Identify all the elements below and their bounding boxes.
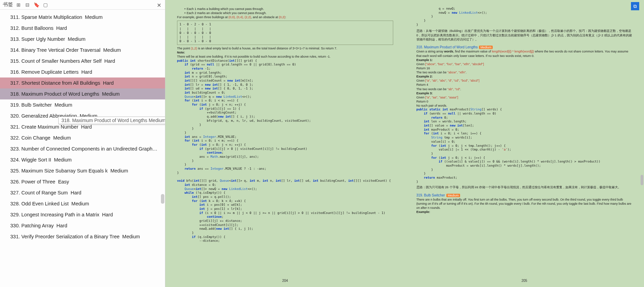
bookmark-item[interactable]: 318. Maximum Product of Word LengthsMedi… (0, 88, 165, 99)
bookmark-item[interactable]: 314. Binary Tree Vertical Order Traversa… (0, 45, 165, 56)
tooltip: 318. Maximum Product of Word Lengths Med… (58, 117, 165, 124)
page-number-left: 204 (165, 278, 405, 283)
page-right: q = newQ; newQ = new LinkedList<>(); } }… (405, 0, 644, 287)
document-view: ⧉ •Each 1 marks a building which you can… (165, 0, 644, 287)
problem-319-desc: There are n bulbs that are initially off… (417, 198, 633, 210)
code-317-cont: q = newQ; newQ = new LinkedList<>(); } }… (417, 7, 633, 27)
bookmark-item[interactable]: 326. Power of ThreeEasy (0, 176, 165, 187)
sidebar-header: 书签 ⊞ ⊟ 🔖 ▢ ✕ (0, 0, 165, 10)
bookmark-item[interactable]: 331. Verify Preorder Serialization of a … (0, 231, 165, 242)
bookmark-item[interactable]: 325. Maximum Size Subarray Sum Equals kM… (0, 165, 165, 176)
bookmark-item[interactable]: 322. Coin ChangeMedium (0, 132, 165, 143)
problem-318-desc: Given a string array words, find the max… (417, 49, 633, 58)
bookmark-ribbon-icon[interactable]: ▢ (43, 2, 48, 8)
note-label: Note: (177, 50, 393, 55)
bookmark-item[interactable]: 315. Count of Smaller Numbers After Self… (0, 56, 165, 67)
bookmark-list[interactable]: 311. Sparse Matrix MultiplicationMedium3… (0, 10, 165, 287)
close-icon[interactable]: ✕ (157, 2, 162, 8)
section-319-title: 319. Bulb SwitcherMedium (417, 193, 633, 198)
thought-317: 思路：从每一个建筑物（Building）出发广度优先为每一个点计算到各个建筑物距… (417, 29, 633, 41)
bullet-1: •Each 1 marks a building which you canno… (183, 7, 393, 11)
expand-icon[interactable]: ⊞ (16, 2, 21, 8)
bookmark-item[interactable]: 319. Bulb SwitcherMedium (0, 99, 165, 110)
example-line: For example, given three buildings at (0… (177, 15, 393, 19)
thought-318: 思路：因为只可能有 26 个字母，所以利用 int 存储一个词中各字母出现情况，… (417, 185, 633, 189)
sidebar-toolbar: ⊞ ⊟ 🔖 ▢ (16, 2, 157, 8)
bookmark-item[interactable]: 316. Remove Duplicate LettersHard (0, 67, 165, 77)
bookmark-item[interactable]: 329. Longest Increasing Path in a Matrix… (0, 209, 165, 220)
bookmark-item[interactable]: 328. Odd Even Linked ListMedium (0, 198, 165, 209)
scrollbar-thumb[interactable] (161, 194, 164, 204)
example-3: Example 3: Given ["a", "aa", "aaa", "aaa… (417, 91, 633, 108)
bookmark-item[interactable]: 324. Wiggle Sort IIMedium (0, 154, 165, 165)
example-label: Example: (417, 210, 633, 214)
sidebar-title: 书签 (3, 1, 13, 8)
example-1: Example 1: Given ["abcw", "baz", "foo", … (417, 58, 633, 75)
bookmark-item[interactable]: 313. Super Ugly NumberMedium (0, 34, 165, 45)
example-2: Example 2: Given ["a", "ab", "abc", "d",… (417, 74, 633, 91)
page-number-right: 205 (405, 278, 644, 283)
bookmark-item[interactable]: 317. Shortest Distance from All Building… (0, 77, 165, 88)
note-text: There will be at least one building. If … (177, 55, 393, 59)
bookmark-add-icon[interactable]: 🔖 (34, 2, 39, 8)
grid-diagram: 1 - 0 - 2 - 0 - 1 | | | | | 0 - 0 - 0 - … (177, 21, 393, 45)
bookmark-item[interactable]: 327. Count of Range SumHard (0, 187, 165, 198)
collapse-icon[interactable]: ⊟ (25, 2, 30, 8)
difficulty-badge: Medium (479, 46, 493, 49)
bullet-2: •Each 2 marks an obstacle which you cann… (183, 11, 393, 15)
bookmark-item[interactable]: 312. Burst BalloonsHard (0, 23, 165, 34)
explanation: The point (1,2) is an ideal empty land t… (177, 46, 393, 50)
bookmarks-sidebar: 书签 ⊞ ⊟ 🔖 ▢ ✕ 311. Sparse Matrix Multipli… (0, 0, 165, 287)
code-317: public int shortestDistance(int[][] grid… (177, 59, 393, 243)
difficulty-badge: Medium (446, 194, 460, 197)
page-left: •Each 1 marks a building which you canno… (165, 0, 405, 287)
bookmark-item[interactable]: 330. Patching ArrayHard (0, 220, 165, 231)
bookmark-item[interactable]: 311. Sparse Matrix MultiplicationMedium (0, 12, 165, 23)
bookmark-item[interactable]: 323. Number of Connected Components in a… (0, 143, 165, 154)
code-318: public static int maxProduct(String[] wo… (417, 108, 633, 184)
section-318-title: 318. Maximum Product of Word LengthsMedi… (417, 45, 633, 50)
